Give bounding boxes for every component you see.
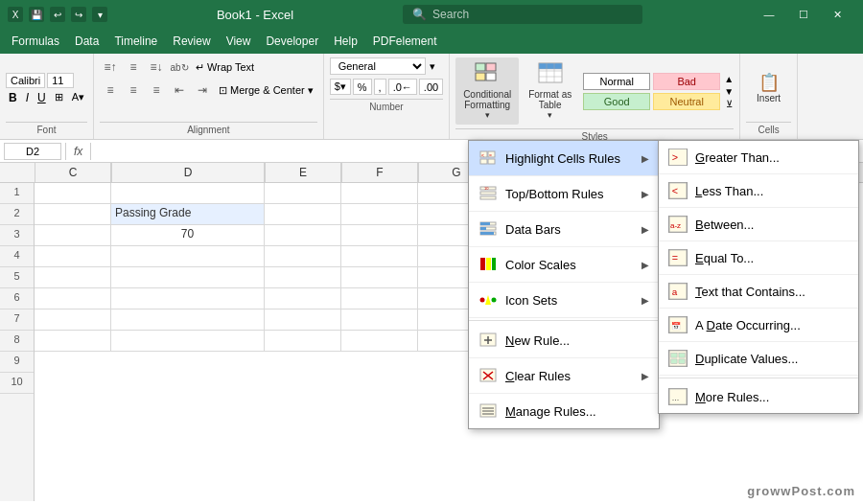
border-button[interactable]: ⊞ xyxy=(52,90,66,104)
decrease-indent-button[interactable]: ⇤ xyxy=(169,80,190,100)
cell-f1[interactable] xyxy=(341,183,418,204)
merge-center-button[interactable]: ⊡ Merge & Center ▾ xyxy=(215,80,317,100)
cell-d1[interactable] xyxy=(111,183,265,204)
cell-e1[interactable] xyxy=(265,183,341,204)
number-format-select[interactable]: General Number Currency Accounting Date … xyxy=(330,57,426,75)
row-header-7[interactable]: 7 xyxy=(0,309,34,331)
cell-e2[interactable] xyxy=(265,204,341,225)
font-name-field[interactable]: Calibri xyxy=(6,73,45,88)
cell-d6[interactable] xyxy=(111,288,265,309)
hc-duplicatevalues-item[interactable]: Duplicate Values... xyxy=(659,342,858,376)
menu-developer[interactable]: Developer xyxy=(258,32,326,51)
customize-icon[interactable]: ▾ xyxy=(92,7,107,22)
cell-f6[interactable] xyxy=(341,288,418,309)
hc-morerules-item[interactable]: ... More Rules... xyxy=(659,380,858,413)
style-normal[interactable]: Normal xyxy=(583,73,650,90)
col-header-e[interactable]: E xyxy=(265,163,341,182)
percent-button[interactable]: % xyxy=(353,79,372,95)
cell-d2[interactable]: Passing Grade xyxy=(111,204,265,225)
cell-reference-input[interactable] xyxy=(4,143,61,160)
cf-colorscales-item[interactable]: Color Scales ▶ xyxy=(469,247,659,283)
italic-button[interactable]: I xyxy=(23,90,32,105)
cell-c5[interactable] xyxy=(35,267,111,288)
cell-d3[interactable]: 70 xyxy=(111,225,265,246)
row-header-4[interactable]: 4 xyxy=(0,246,34,267)
align-right-button[interactable]: ≡ xyxy=(146,80,167,100)
cf-managerules-item[interactable]: Manage Rules... xyxy=(469,394,659,428)
cell-c6[interactable] xyxy=(35,288,111,309)
hc-between-item[interactable]: a-z Between... xyxy=(659,208,858,241)
underline-button[interactable]: U xyxy=(35,90,49,105)
maximize-button[interactable]: ☐ xyxy=(786,0,821,29)
menu-formulas[interactable]: Formulas xyxy=(4,32,67,51)
row-header-1[interactable]: 1 xyxy=(0,183,34,204)
cf-topbottom-item[interactable]: 10 Top/Bottom Rules ▶ xyxy=(469,176,659,212)
cell-c1[interactable] xyxy=(35,183,111,204)
styles-scroll-more[interactable]: ⊻ xyxy=(726,99,733,109)
hc-dateoccurring-item[interactable]: 📅 A Date Occurring... xyxy=(659,309,858,342)
row-header-5[interactable]: 5 xyxy=(0,267,34,288)
hc-lessthan-item[interactable]: < Less Than... xyxy=(659,174,858,208)
row-header-8[interactable]: 8 xyxy=(0,331,34,352)
col-header-f[interactable]: F xyxy=(341,163,418,182)
cell-f4[interactable] xyxy=(341,246,418,267)
fill-color-button[interactable]: A▾ xyxy=(69,90,87,104)
cell-e7[interactable] xyxy=(265,309,341,331)
hc-greaterthan-item[interactable]: > Greater Than... xyxy=(659,141,858,174)
menu-timeline[interactable]: Timeline xyxy=(106,32,165,51)
bold-button[interactable]: B xyxy=(6,90,20,105)
align-center-button[interactable]: ≡ xyxy=(123,80,144,100)
save-icon[interactable]: 💾 xyxy=(29,7,44,22)
hc-textcontains-item[interactable]: a Text that Contains... xyxy=(659,275,858,309)
font-size-field[interactable]: 11 xyxy=(47,73,74,88)
cell-d4[interactable] xyxy=(111,246,265,267)
cell-e4[interactable] xyxy=(265,246,341,267)
menu-help[interactable]: Help xyxy=(326,32,365,51)
cf-databars-item[interactable]: Data Bars ▶ xyxy=(469,212,659,247)
menu-review[interactable]: Review xyxy=(165,32,218,51)
col-header-d[interactable]: D xyxy=(111,163,265,182)
cell-c8[interactable] xyxy=(35,331,111,352)
align-middle-button[interactable]: ≡ xyxy=(123,57,144,77)
cf-iconsets-item[interactable]: Icon Sets ▶ xyxy=(469,283,659,318)
cell-e3[interactable] xyxy=(265,225,341,246)
cell-e8[interactable] xyxy=(265,331,341,352)
increase-indent-button[interactable]: ⇥ xyxy=(192,80,213,100)
close-button[interactable]: ✕ xyxy=(821,0,855,29)
cell-d7[interactable] xyxy=(111,309,265,331)
cell-f5[interactable] xyxy=(341,267,418,288)
cell-e5[interactable] xyxy=(265,267,341,288)
increase-decimal-button[interactable]: .00 xyxy=(419,79,443,95)
styles-scroll-down[interactable]: ▼ xyxy=(724,86,734,97)
undo-icon[interactable]: ↩ xyxy=(50,7,65,22)
cell-f3[interactable] xyxy=(341,225,418,246)
cf-clearrules-item[interactable]: Clear Rules ▶ xyxy=(469,358,659,394)
menu-pdfelement[interactable]: PDFelement xyxy=(365,32,445,51)
hc-equalto-item[interactable]: = Equal To... xyxy=(659,241,858,275)
row-header-9[interactable]: 9 xyxy=(0,352,34,373)
align-bottom-button[interactable]: ≡↓ xyxy=(146,57,167,77)
cell-e6[interactable] xyxy=(265,288,341,309)
menu-data[interactable]: Data xyxy=(67,32,106,51)
menu-view[interactable]: View xyxy=(219,32,259,51)
redo-icon[interactable]: ↪ xyxy=(71,7,86,22)
row-header-2[interactable]: 2 xyxy=(0,204,34,225)
currency-button[interactable]: $▾ xyxy=(330,79,351,95)
decrease-decimal-button[interactable]: .0← xyxy=(388,79,417,95)
style-neutral[interactable]: Neutral xyxy=(653,93,720,110)
row-header-3[interactable]: 3 xyxy=(0,225,34,246)
conditional-formatting-button[interactable]: ConditionalFormatting ▾ xyxy=(455,57,519,125)
cell-f2[interactable] xyxy=(341,204,418,225)
cf-highlight-cells-item[interactable]: < = Highlight Cells Rules ▶ xyxy=(469,141,659,176)
row-header-10[interactable]: 10 xyxy=(0,373,34,394)
format-as-table-button[interactable]: Format asTable ▾ xyxy=(521,57,579,125)
style-good[interactable]: Good xyxy=(583,93,650,110)
cell-f8[interactable] xyxy=(341,331,418,352)
comma-button[interactable]: , xyxy=(374,79,386,95)
row-header-6[interactable]: 6 xyxy=(0,288,34,309)
cell-c3[interactable] xyxy=(35,225,111,246)
minimize-button[interactable]: — xyxy=(752,0,786,29)
search-input[interactable] xyxy=(432,8,633,21)
cell-c7[interactable] xyxy=(35,309,111,331)
cell-d8[interactable] xyxy=(111,331,265,352)
